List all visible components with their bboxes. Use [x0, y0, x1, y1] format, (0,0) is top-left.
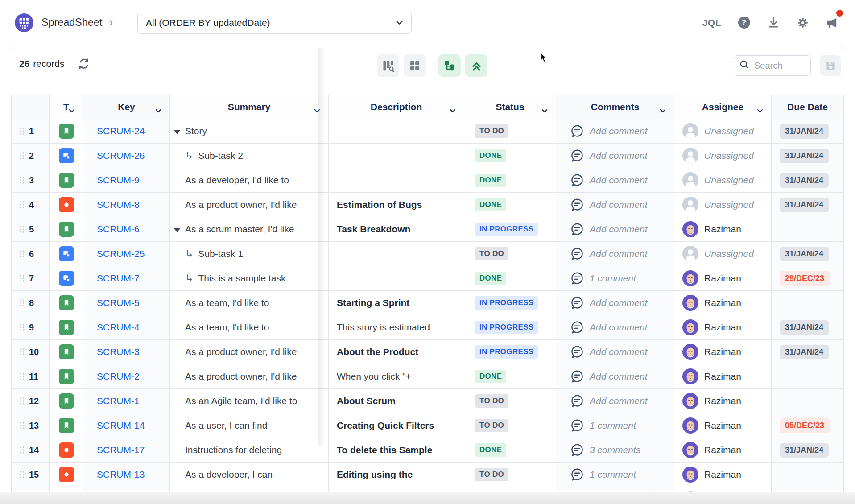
description-cell[interactable]: When you click "+: [329, 364, 464, 389]
due-date-cell[interactable]: 31/JAN/24: [772, 144, 844, 168]
issue-key-link[interactable]: SCRUM-7: [97, 273, 140, 284]
tree-view-button[interactable]: [438, 54, 461, 77]
description-cell[interactable]: This story is estimated: [329, 315, 464, 340]
summary-cell[interactable]: As an Agile team, I'd like to: [170, 389, 329, 413]
summary-cell[interactable]: As a product owner, I'd like: [170, 340, 329, 364]
status-badge[interactable]: DONE: [475, 149, 506, 162]
issue-key-cell[interactable]: SCRUM-5: [83, 291, 170, 315]
issue-key-link[interactable]: SCRUM-6: [97, 224, 140, 235]
status-badge[interactable]: TO DO: [475, 419, 508, 432]
comments-cell[interactable]: Add comment: [556, 242, 674, 266]
bug-icon[interactable]: [59, 442, 74, 458]
issue-type-cell[interactable]: [50, 193, 83, 217]
issue-key-link[interactable]: SCRUM-4: [97, 322, 140, 333]
due-date-badge[interactable]: 31/JAN/24: [780, 247, 829, 261]
issue-type-cell[interactable]: [50, 340, 83, 364]
collapse-toggle-icon[interactable]: [174, 228, 180, 232]
comments-cell[interactable]: Add comment: [556, 217, 674, 242]
settings-gear-icon[interactable]: [796, 16, 810, 29]
drag-handle[interactable]: [20, 421, 25, 430]
description-cell[interactable]: Starting a Sprint: [329, 291, 464, 315]
column-header-description[interactable]: Description: [329, 95, 464, 119]
description-cell[interactable]: [329, 242, 464, 266]
row-header-cell[interactable]: 3: [11, 168, 50, 193]
issue-key-cell[interactable]: SCRUM-1: [83, 389, 170, 413]
summary-cell[interactable]: As a product owner, I'd like: [170, 193, 329, 217]
comments-cell[interactable]: [556, 487, 674, 492]
assignee-cell[interactable]: Raziman: [674, 413, 772, 438]
row-header-cell[interactable]: 12: [11, 389, 50, 413]
assignee-cell[interactable]: Raziman: [674, 266, 772, 291]
assignee-cell[interactable]: Unassigned: [674, 242, 772, 266]
due-date-cell[interactable]: [772, 364, 844, 389]
issue-key-cell[interactable]: SCRUM-14: [83, 413, 170, 438]
issue-key-cell[interactable]: SCRUM-17: [83, 438, 170, 463]
summary-cell[interactable]: As a developer, I can: [170, 463, 329, 487]
issue-key-cell[interactable]: SCRUM-7: [83, 266, 170, 291]
collapse-all-button[interactable]: [465, 54, 487, 77]
assignee-cell[interactable]: Raziman: [674, 217, 772, 242]
row-header-cell[interactable]: 1: [11, 119, 50, 144]
issue-key-link[interactable]: SCRUM-1: [97, 396, 140, 406]
assignee-cell[interactable]: Raziman: [674, 364, 772, 389]
comments-cell[interactable]: 1 comment: [556, 413, 674, 438]
subtask-icon[interactable]: [59, 246, 74, 261]
status-cell[interactable]: DONE: [464, 364, 556, 389]
issue-key-link[interactable]: SCRUM-14: [97, 420, 145, 431]
comments-cell[interactable]: Add comment: [556, 193, 674, 217]
subtask-icon[interactable]: [59, 148, 74, 163]
story-icon[interactable]: [59, 295, 74, 310]
row-header-cell[interactable]: 10: [11, 340, 50, 364]
row-header-cell[interactable]: 6: [11, 242, 50, 266]
due-date-cell[interactable]: 31/JAN/24: [772, 242, 844, 266]
assignee-cell[interactable]: Unassigned: [674, 193, 772, 217]
issue-key-cell[interactable]: SCRUM-8: [83, 193, 170, 217]
column-header-summary[interactable]: Summary: [170, 95, 329, 119]
drag-handle[interactable]: [20, 176, 25, 184]
status-badge[interactable]: IN PROGRESS: [475, 321, 538, 334]
due-date-badge[interactable]: 31/JAN/24: [780, 198, 829, 212]
issue-type-cell[interactable]: [50, 144, 83, 168]
comments-cell[interactable]: Add comment: [556, 315, 674, 340]
summary-cell[interactable]: As a scrum master, I'd like: [170, 217, 329, 242]
save-view-button[interactable]: [820, 55, 841, 76]
board-settings-view-button[interactable]: [377, 54, 399, 77]
row-header-cell[interactable]: 8: [11, 291, 50, 315]
summary-cell[interactable]: As a developer, I'd like to: [170, 168, 329, 193]
story-icon[interactable]: [59, 222, 74, 237]
status-cell[interactable]: TO DO: [464, 119, 556, 144]
status-cell[interactable]: TO DO: [464, 242, 556, 266]
issue-key-cell[interactable]: SCRUM-26: [83, 144, 170, 168]
row-header-cell[interactable]: 2: [11, 144, 50, 168]
status-cell[interactable]: DONE: [464, 487, 556, 492]
issue-key-link[interactable]: SCRUM-3: [97, 347, 140, 357]
due-date-cell[interactable]: [772, 463, 844, 487]
assignee-cell[interactable]: Raziman: [674, 389, 772, 413]
status-cell[interactable]: TO DO: [464, 389, 556, 413]
bottom-scroll-area[interactable]: [0, 492, 855, 504]
assignee-cell[interactable]: Unassigned: [674, 168, 772, 193]
status-badge[interactable]: TO DO: [475, 394, 508, 408]
issue-key-link[interactable]: SCRUM-25: [97, 248, 145, 259]
due-date-badge[interactable]: 29/DEC/23: [780, 271, 830, 286]
column-header-assignee[interactable]: Assignee: [674, 95, 772, 119]
issue-key-link[interactable]: SCRUM-24: [97, 126, 145, 136]
due-date-badge[interactable]: 31/JAN/24: [780, 149, 829, 163]
description-cell[interactable]: [329, 144, 464, 168]
comments-cell[interactable]: 1 comment: [556, 463, 674, 487]
summary-cell[interactable]: As a team, I'd like to: [170, 315, 329, 340]
assignee-cell[interactable]: Unassigned: [674, 144, 772, 168]
summary-cell[interactable]: [170, 487, 329, 492]
row-header-cell[interactable]: 13: [11, 413, 50, 438]
issue-type-cell[interactable]: [50, 266, 83, 291]
due-date-badge[interactable]: 31/JAN/24: [780, 320, 829, 335]
status-cell[interactable]: IN PROGRESS: [464, 291, 556, 315]
column-header-t[interactable]: T: [50, 95, 83, 119]
issue-type-cell[interactable]: [50, 487, 83, 492]
summary-cell[interactable]: Instructions for deleting: [170, 438, 329, 463]
status-badge[interactable]: TO DO: [475, 124, 508, 138]
issue-type-cell[interactable]: [50, 389, 83, 413]
description-cell[interactable]: Task Breakdown: [329, 217, 464, 242]
summary-cell[interactable]: As a product owner, I'd like: [170, 364, 329, 389]
search-box[interactable]: [734, 55, 811, 76]
